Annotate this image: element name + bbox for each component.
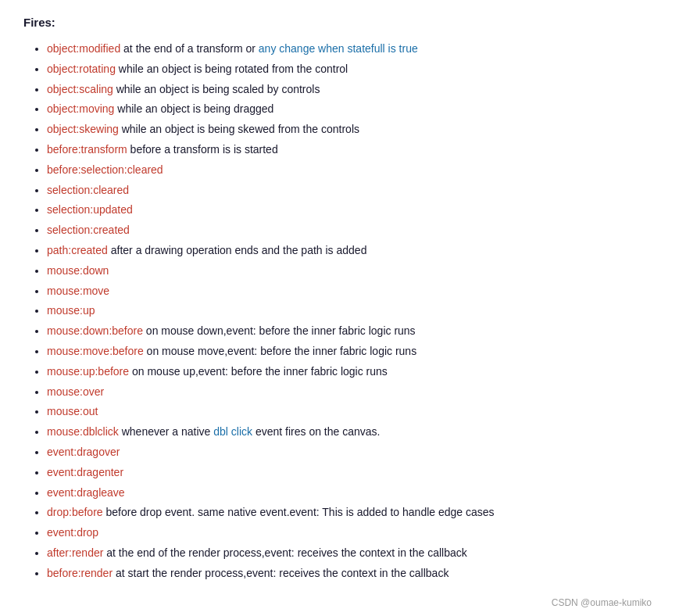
list-item: mouse:move:before on mouse move,event: b… xyxy=(47,342,656,361)
event-link[interactable]: any change when statefull is true xyxy=(259,42,418,55)
list-item: object:skewing while an object is being … xyxy=(47,120,656,139)
list-item: mouse:out xyxy=(47,403,656,421)
list-item: event:dragleave xyxy=(47,484,656,503)
event-name: mouse:dblclick xyxy=(47,425,119,438)
list-item: mouse:over xyxy=(47,383,656,402)
event-description: at the end of a transform or xyxy=(120,42,259,55)
list-item: mouse:dblclick whenever a native dbl cli… xyxy=(47,423,656,442)
watermark: CSDN @oumae-kumiko xyxy=(23,597,656,608)
list-item: object:modified at the end of a transfor… xyxy=(47,40,656,59)
event-link[interactable]: dbl click xyxy=(213,425,252,438)
list-item: event:drop xyxy=(47,524,656,543)
event-name: mouse:down:before xyxy=(47,324,143,337)
fires-heading: Fires: xyxy=(23,16,656,29)
event-name: mouse:move xyxy=(47,285,109,297)
list-item: path:created after a drawing operation e… xyxy=(47,242,656,260)
event-name: mouse:down xyxy=(47,264,109,277)
event-name: event:dragleave xyxy=(47,486,125,499)
list-item: selection:updated xyxy=(47,201,656,220)
list-item: object:moving while an object is being d… xyxy=(47,100,656,119)
event-name: object:moving xyxy=(47,102,114,115)
event-name: event:drop xyxy=(47,526,98,539)
event-name: object:modified xyxy=(47,42,120,55)
event-name: event:dragover xyxy=(47,446,120,458)
event-description: while an object is being scaled by contr… xyxy=(113,83,320,95)
list-item: mouse:down xyxy=(47,262,656,281)
event-name: path:created xyxy=(47,244,108,256)
event-name: mouse:move:before xyxy=(47,345,144,357)
event-description: after a drawing operation ends and the p… xyxy=(108,244,367,256)
list-item: event:dragover xyxy=(47,443,656,462)
event-name: selection:updated xyxy=(47,203,133,216)
event-description: whenever a native xyxy=(119,425,213,438)
list-item: mouse:up:before on mouse up,event: befor… xyxy=(47,363,656,381)
event-name: mouse:up xyxy=(47,304,95,317)
event-description: while an object is being rotated from th… xyxy=(116,63,348,75)
event-description: while an object is being dragged xyxy=(114,102,273,115)
event-name: object:skewing xyxy=(47,123,119,135)
list-item: drop:before before drop event. same nati… xyxy=(47,503,656,522)
list-item: selection:cleared xyxy=(47,181,656,200)
event-name: mouse:over xyxy=(47,385,104,398)
event-name: mouse:out xyxy=(47,405,98,417)
event-name: object:rotating xyxy=(47,63,116,75)
event-name: after:render xyxy=(47,546,103,559)
fires-section: Fires: object:modified at the end of a t… xyxy=(23,16,656,608)
event-name: before:render xyxy=(47,567,113,579)
event-description: before drop event. same native event.eve… xyxy=(103,506,495,518)
event-description: before a transform is is started xyxy=(127,143,278,156)
event-description: at the end of the render process,event: … xyxy=(103,546,466,559)
list-item: mouse:down:before on mouse down,event: b… xyxy=(47,322,656,341)
list-item: event:dragenter xyxy=(47,464,656,482)
list-item: before:transform before a transform is i… xyxy=(47,141,656,159)
list-item: selection:created xyxy=(47,221,656,240)
list-item: mouse:up xyxy=(47,302,656,321)
event-description: on mouse move,event: before the inner fa… xyxy=(144,345,416,357)
list-item: before:render at start the render proces… xyxy=(47,564,656,583)
event-name: event:dragenter xyxy=(47,466,123,478)
event-description: at start the render process,event: recei… xyxy=(113,567,448,579)
event-name: before:transform xyxy=(47,143,127,156)
event-name: before:selection:cleared xyxy=(47,163,163,176)
event-description: on mouse up,event: before the inner fabr… xyxy=(129,365,388,378)
event-name: drop:before xyxy=(47,506,103,518)
list-item: object:rotating while an object is being… xyxy=(47,60,656,79)
list-item: object:scaling while an object is being … xyxy=(47,81,656,99)
event-name: selection:created xyxy=(47,224,130,236)
event-name: object:scaling xyxy=(47,83,113,95)
event-name: mouse:up:before xyxy=(47,365,129,378)
list-item: after:render at the end of the render pr… xyxy=(47,544,656,563)
event-list: object:modified at the end of a transfor… xyxy=(23,40,656,583)
event-name: selection:cleared xyxy=(47,184,129,196)
event-description: while an object is being skewed from the… xyxy=(119,123,359,135)
list-item: mouse:move xyxy=(47,282,656,301)
event-description: on mouse down,event: before the inner fa… xyxy=(143,324,416,337)
list-item: before:selection:cleared xyxy=(47,161,656,180)
event-description: event fires on the canvas. xyxy=(252,425,380,438)
